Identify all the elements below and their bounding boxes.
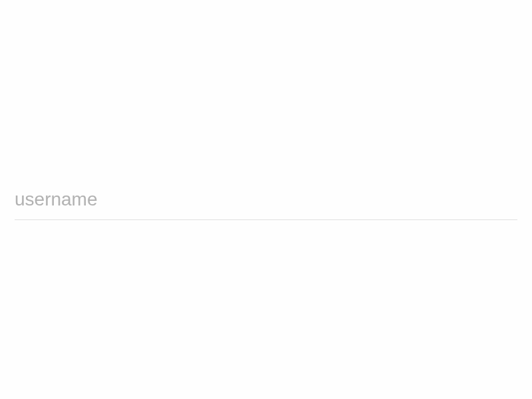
username-input[interactable] [15, 180, 517, 220]
form-container [0, 180, 532, 220]
